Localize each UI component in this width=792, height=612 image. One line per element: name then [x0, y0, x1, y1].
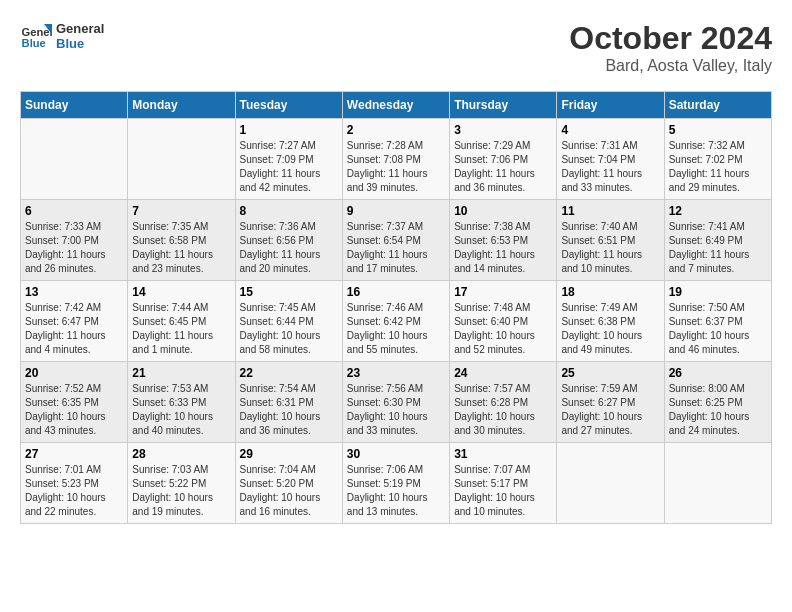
- weekday-header-row: SundayMondayTuesdayWednesdayThursdayFrid…: [21, 92, 772, 119]
- day-info: Sunrise: 7:44 AMSunset: 6:45 PMDaylight:…: [132, 301, 230, 357]
- day-info: Sunrise: 7:27 AMSunset: 7:09 PMDaylight:…: [240, 139, 338, 195]
- calendar-cell: 15Sunrise: 7:45 AMSunset: 6:44 PMDayligh…: [235, 281, 342, 362]
- day-info: Sunrise: 7:06 AMSunset: 5:19 PMDaylight:…: [347, 463, 445, 519]
- weekday-header: Tuesday: [235, 92, 342, 119]
- calendar-cell: 12Sunrise: 7:41 AMSunset: 6:49 PMDayligh…: [664, 200, 771, 281]
- calendar-cell: 23Sunrise: 7:56 AMSunset: 6:30 PMDayligh…: [342, 362, 449, 443]
- calendar-cell: 29Sunrise: 7:04 AMSunset: 5:20 PMDayligh…: [235, 443, 342, 524]
- day-number: 4: [561, 123, 659, 137]
- calendar-cell: 3Sunrise: 7:29 AMSunset: 7:06 PMDaylight…: [450, 119, 557, 200]
- day-number: 31: [454, 447, 552, 461]
- day-info: Sunrise: 7:35 AMSunset: 6:58 PMDaylight:…: [132, 220, 230, 276]
- weekday-header: Wednesday: [342, 92, 449, 119]
- calendar-cell: 25Sunrise: 7:59 AMSunset: 6:27 PMDayligh…: [557, 362, 664, 443]
- day-number: 8: [240, 204, 338, 218]
- day-number: 25: [561, 366, 659, 380]
- weekday-header: Friday: [557, 92, 664, 119]
- day-info: Sunrise: 7:54 AMSunset: 6:31 PMDaylight:…: [240, 382, 338, 438]
- day-info: Sunrise: 7:45 AMSunset: 6:44 PMDaylight:…: [240, 301, 338, 357]
- weekday-header: Saturday: [664, 92, 771, 119]
- day-number: 1: [240, 123, 338, 137]
- calendar-cell: 22Sunrise: 7:54 AMSunset: 6:31 PMDayligh…: [235, 362, 342, 443]
- calendar-cell: 11Sunrise: 7:40 AMSunset: 6:51 PMDayligh…: [557, 200, 664, 281]
- calendar-cell: 9Sunrise: 7:37 AMSunset: 6:54 PMDaylight…: [342, 200, 449, 281]
- day-number: 7: [132, 204, 230, 218]
- day-info: Sunrise: 7:48 AMSunset: 6:40 PMDaylight:…: [454, 301, 552, 357]
- day-info: Sunrise: 7:37 AMSunset: 6:54 PMDaylight:…: [347, 220, 445, 276]
- calendar-cell: 30Sunrise: 7:06 AMSunset: 5:19 PMDayligh…: [342, 443, 449, 524]
- calendar-cell: 19Sunrise: 7:50 AMSunset: 6:37 PMDayligh…: [664, 281, 771, 362]
- calendar-cell: 4Sunrise: 7:31 AMSunset: 7:04 PMDaylight…: [557, 119, 664, 200]
- day-number: 27: [25, 447, 123, 461]
- day-info: Sunrise: 7:33 AMSunset: 7:00 PMDaylight:…: [25, 220, 123, 276]
- calendar-cell: 31Sunrise: 7:07 AMSunset: 5:17 PMDayligh…: [450, 443, 557, 524]
- calendar-cell: 6Sunrise: 7:33 AMSunset: 7:00 PMDaylight…: [21, 200, 128, 281]
- calendar-cell: 16Sunrise: 7:46 AMSunset: 6:42 PMDayligh…: [342, 281, 449, 362]
- day-info: Sunrise: 7:41 AMSunset: 6:49 PMDaylight:…: [669, 220, 767, 276]
- calendar-week-row: 27Sunrise: 7:01 AMSunset: 5:23 PMDayligh…: [21, 443, 772, 524]
- day-info: Sunrise: 7:50 AMSunset: 6:37 PMDaylight:…: [669, 301, 767, 357]
- calendar-cell: 5Sunrise: 7:32 AMSunset: 7:02 PMDaylight…: [664, 119, 771, 200]
- calendar-week-row: 20Sunrise: 7:52 AMSunset: 6:35 PMDayligh…: [21, 362, 772, 443]
- day-number: 22: [240, 366, 338, 380]
- day-info: Sunrise: 7:07 AMSunset: 5:17 PMDaylight:…: [454, 463, 552, 519]
- calendar-cell: [557, 443, 664, 524]
- weekday-header: Monday: [128, 92, 235, 119]
- day-number: 24: [454, 366, 552, 380]
- calendar-cell: 28Sunrise: 7:03 AMSunset: 5:22 PMDayligh…: [128, 443, 235, 524]
- day-number: 18: [561, 285, 659, 299]
- day-number: 13: [25, 285, 123, 299]
- day-number: 19: [669, 285, 767, 299]
- calendar-title: October 2024: [569, 20, 772, 57]
- day-info: Sunrise: 7:49 AMSunset: 6:38 PMDaylight:…: [561, 301, 659, 357]
- calendar-cell: [21, 119, 128, 200]
- day-number: 28: [132, 447, 230, 461]
- title-block: October 2024 Bard, Aosta Valley, Italy: [569, 20, 772, 75]
- calendar-subtitle: Bard, Aosta Valley, Italy: [569, 57, 772, 75]
- logo-general: General: [56, 21, 104, 36]
- calendar-cell: 1Sunrise: 7:27 AMSunset: 7:09 PMDaylight…: [235, 119, 342, 200]
- calendar-cell: 17Sunrise: 7:48 AMSunset: 6:40 PMDayligh…: [450, 281, 557, 362]
- calendar-cell: [664, 443, 771, 524]
- weekday-header: Sunday: [21, 92, 128, 119]
- calendar-cell: 21Sunrise: 7:53 AMSunset: 6:33 PMDayligh…: [128, 362, 235, 443]
- day-info: Sunrise: 7:04 AMSunset: 5:20 PMDaylight:…: [240, 463, 338, 519]
- calendar-week-row: 1Sunrise: 7:27 AMSunset: 7:09 PMDaylight…: [21, 119, 772, 200]
- day-info: Sunrise: 7:52 AMSunset: 6:35 PMDaylight:…: [25, 382, 123, 438]
- calendar-cell: 24Sunrise: 7:57 AMSunset: 6:28 PMDayligh…: [450, 362, 557, 443]
- logo-icon: General Blue: [20, 20, 52, 52]
- logo: General Blue General Blue: [20, 20, 104, 52]
- day-number: 6: [25, 204, 123, 218]
- calendar-cell: 26Sunrise: 8:00 AMSunset: 6:25 PMDayligh…: [664, 362, 771, 443]
- calendar-week-row: 13Sunrise: 7:42 AMSunset: 6:47 PMDayligh…: [21, 281, 772, 362]
- calendar-cell: 14Sunrise: 7:44 AMSunset: 6:45 PMDayligh…: [128, 281, 235, 362]
- day-number: 10: [454, 204, 552, 218]
- calendar-table: SundayMondayTuesdayWednesdayThursdayFrid…: [20, 91, 772, 524]
- day-info: Sunrise: 7:03 AMSunset: 5:22 PMDaylight:…: [132, 463, 230, 519]
- day-number: 30: [347, 447, 445, 461]
- day-info: Sunrise: 7:57 AMSunset: 6:28 PMDaylight:…: [454, 382, 552, 438]
- calendar-cell: 8Sunrise: 7:36 AMSunset: 6:56 PMDaylight…: [235, 200, 342, 281]
- day-info: Sunrise: 7:31 AMSunset: 7:04 PMDaylight:…: [561, 139, 659, 195]
- calendar-cell: 13Sunrise: 7:42 AMSunset: 6:47 PMDayligh…: [21, 281, 128, 362]
- day-number: 23: [347, 366, 445, 380]
- calendar-cell: 20Sunrise: 7:52 AMSunset: 6:35 PMDayligh…: [21, 362, 128, 443]
- weekday-header: Thursday: [450, 92, 557, 119]
- day-number: 5: [669, 123, 767, 137]
- day-info: Sunrise: 7:46 AMSunset: 6:42 PMDaylight:…: [347, 301, 445, 357]
- svg-text:Blue: Blue: [22, 37, 46, 49]
- day-info: Sunrise: 7:01 AMSunset: 5:23 PMDaylight:…: [25, 463, 123, 519]
- day-number: 9: [347, 204, 445, 218]
- calendar-cell: 27Sunrise: 7:01 AMSunset: 5:23 PMDayligh…: [21, 443, 128, 524]
- day-number: 14: [132, 285, 230, 299]
- day-number: 20: [25, 366, 123, 380]
- day-info: Sunrise: 8:00 AMSunset: 6:25 PMDaylight:…: [669, 382, 767, 438]
- day-info: Sunrise: 7:29 AMSunset: 7:06 PMDaylight:…: [454, 139, 552, 195]
- day-info: Sunrise: 7:40 AMSunset: 6:51 PMDaylight:…: [561, 220, 659, 276]
- calendar-cell: [128, 119, 235, 200]
- day-number: 16: [347, 285, 445, 299]
- day-info: Sunrise: 7:53 AMSunset: 6:33 PMDaylight:…: [132, 382, 230, 438]
- day-number: 12: [669, 204, 767, 218]
- day-number: 11: [561, 204, 659, 218]
- page-header: General Blue General Blue October 2024 B…: [20, 20, 772, 75]
